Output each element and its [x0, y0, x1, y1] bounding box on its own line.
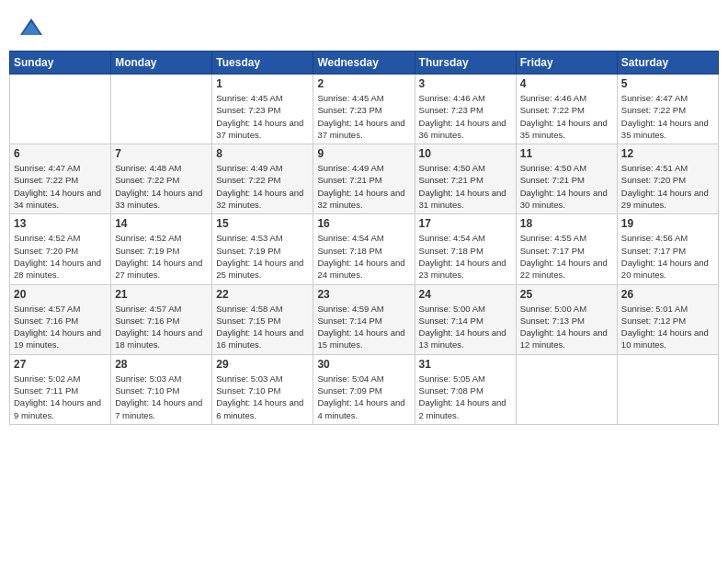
- calendar-cell: 27Sunrise: 5:02 AMSunset: 7:11 PMDayligh…: [10, 354, 111, 424]
- calendar-cell: 7Sunrise: 4:48 AMSunset: 7:22 PMDaylight…: [111, 144, 212, 214]
- calendar-cell: 28Sunrise: 5:03 AMSunset: 7:10 PMDayligh…: [111, 354, 212, 424]
- day-number: 26: [621, 288, 714, 301]
- day-number: 14: [115, 217, 208, 230]
- day-number: 27: [14, 358, 107, 371]
- day-info: Sunrise: 4:54 AMSunset: 7:18 PMDaylight:…: [317, 232, 410, 281]
- day-number: 29: [216, 358, 309, 371]
- calendar-weekday-thursday: Thursday: [415, 52, 516, 75]
- day-info: Sunrise: 5:02 AMSunset: 7:11 PMDaylight:…: [14, 373, 107, 421]
- day-number: 13: [14, 217, 107, 230]
- calendar-cell: 16Sunrise: 4:54 AMSunset: 7:18 PMDayligh…: [313, 214, 415, 284]
- calendar-cell: 18Sunrise: 4:55 AMSunset: 7:17 PMDayligh…: [516, 214, 617, 284]
- calendar-weekday-sunday: Sunday: [10, 52, 111, 75]
- day-number: 19: [621, 217, 714, 230]
- day-info: Sunrise: 4:57 AMSunset: 7:16 PMDaylight:…: [14, 303, 107, 351]
- day-info: Sunrise: 5:05 AMSunset: 7:08 PMDaylight:…: [419, 373, 512, 421]
- day-number: 12: [621, 147, 714, 160]
- calendar-cell: [111, 75, 212, 144]
- calendar-cell: 14Sunrise: 4:52 AMSunset: 7:19 PMDayligh…: [111, 214, 212, 284]
- day-number: 16: [317, 217, 410, 230]
- day-info: Sunrise: 4:53 AMSunset: 7:19 PMDaylight:…: [216, 232, 309, 281]
- calendar-week-row: 1Sunrise: 4:45 AMSunset: 7:23 PMDaylight…: [10, 75, 719, 144]
- calendar-weekday-wednesday: Wednesday: [313, 52, 415, 75]
- calendar-cell: 1Sunrise: 4:45 AMSunset: 7:23 PMDaylight…: [212, 75, 313, 144]
- day-info: Sunrise: 4:55 AMSunset: 7:17 PMDaylight:…: [520, 232, 613, 281]
- calendar-cell: 22Sunrise: 4:58 AMSunset: 7:15 PMDayligh…: [212, 284, 313, 354]
- calendar-week-row: 6Sunrise: 4:47 AMSunset: 7:22 PMDaylight…: [10, 144, 719, 214]
- calendar-weekday-friday: Friday: [516, 52, 617, 75]
- day-number: 8: [216, 147, 309, 160]
- day-info: Sunrise: 4:52 AMSunset: 7:20 PMDaylight:…: [14, 232, 107, 281]
- calendar-cell: 23Sunrise: 4:59 AMSunset: 7:14 PMDayligh…: [313, 284, 415, 354]
- calendar-cell: [10, 75, 111, 144]
- day-number: 6: [14, 147, 107, 160]
- day-number: 10: [419, 147, 512, 160]
- day-info: Sunrise: 4:45 AMSunset: 7:23 PMDaylight:…: [317, 92, 410, 141]
- day-number: 7: [115, 147, 208, 160]
- day-number: 21: [115, 288, 208, 301]
- calendar-cell: 12Sunrise: 4:51 AMSunset: 7:20 PMDayligh…: [617, 144, 718, 214]
- calendar-cell: 13Sunrise: 4:52 AMSunset: 7:20 PMDayligh…: [10, 214, 111, 284]
- day-number: 18: [520, 217, 613, 230]
- day-info: Sunrise: 4:59 AMSunset: 7:14 PMDaylight:…: [317, 303, 410, 351]
- day-info: Sunrise: 5:00 AMSunset: 7:13 PMDaylight:…: [520, 303, 613, 351]
- day-info: Sunrise: 4:49 AMSunset: 7:22 PMDaylight:…: [216, 162, 309, 211]
- day-number: 25: [520, 288, 613, 301]
- calendar-header-row: SundayMondayTuesdayWednesdayThursdayFrid…: [10, 52, 719, 75]
- day-number: 3: [419, 77, 512, 90]
- day-info: Sunrise: 4:47 AMSunset: 7:22 PMDaylight:…: [14, 162, 107, 211]
- logo-icon: [18, 17, 44, 42]
- calendar-cell: 5Sunrise: 4:47 AMSunset: 7:22 PMDaylight…: [617, 75, 718, 144]
- day-info: Sunrise: 4:50 AMSunset: 7:21 PMDaylight:…: [419, 162, 512, 211]
- calendar-cell: 6Sunrise: 4:47 AMSunset: 7:22 PMDaylight…: [10, 144, 111, 214]
- day-info: Sunrise: 4:50 AMSunset: 7:21 PMDaylight:…: [520, 162, 613, 211]
- calendar-cell: 3Sunrise: 4:46 AMSunset: 7:23 PMDaylight…: [415, 75, 516, 144]
- calendar-cell: 26Sunrise: 5:01 AMSunset: 7:12 PMDayligh…: [617, 284, 718, 354]
- calendar-cell: 15Sunrise: 4:53 AMSunset: 7:19 PMDayligh…: [212, 214, 313, 284]
- day-number: 2: [317, 77, 410, 90]
- day-number: 9: [317, 147, 410, 160]
- day-number: 17: [419, 217, 512, 230]
- day-info: Sunrise: 4:46 AMSunset: 7:22 PMDaylight:…: [520, 92, 613, 141]
- day-info: Sunrise: 5:00 AMSunset: 7:14 PMDaylight:…: [419, 303, 512, 351]
- day-number: 22: [216, 288, 309, 301]
- day-info: Sunrise: 4:45 AMSunset: 7:23 PMDaylight:…: [216, 92, 309, 141]
- calendar-weekday-saturday: Saturday: [617, 52, 718, 75]
- day-number: 1: [216, 77, 309, 90]
- day-number: 24: [419, 288, 512, 301]
- calendar-cell: [516, 354, 617, 424]
- calendar-cell: 9Sunrise: 4:49 AMSunset: 7:21 PMDaylight…: [313, 144, 415, 214]
- day-info: Sunrise: 4:57 AMSunset: 7:16 PMDaylight:…: [115, 303, 208, 351]
- calendar-cell: 20Sunrise: 4:57 AMSunset: 7:16 PMDayligh…: [10, 284, 111, 354]
- calendar-cell: 2Sunrise: 4:45 AMSunset: 7:23 PMDaylight…: [313, 75, 415, 144]
- day-info: Sunrise: 4:54 AMSunset: 7:18 PMDaylight:…: [419, 232, 512, 281]
- calendar-week-row: 20Sunrise: 4:57 AMSunset: 7:16 PMDayligh…: [10, 284, 719, 354]
- day-info: Sunrise: 4:56 AMSunset: 7:17 PMDaylight:…: [621, 232, 714, 281]
- calendar-cell: 30Sunrise: 5:04 AMSunset: 7:09 PMDayligh…: [313, 354, 415, 424]
- calendar-week-row: 27Sunrise: 5:02 AMSunset: 7:11 PMDayligh…: [10, 354, 719, 424]
- day-number: 4: [520, 77, 613, 90]
- calendar-cell: 10Sunrise: 4:50 AMSunset: 7:21 PMDayligh…: [415, 144, 516, 214]
- day-info: Sunrise: 4:48 AMSunset: 7:22 PMDaylight:…: [115, 162, 208, 211]
- day-info: Sunrise: 5:03 AMSunset: 7:10 PMDaylight:…: [216, 373, 309, 421]
- calendar-week-row: 13Sunrise: 4:52 AMSunset: 7:20 PMDayligh…: [10, 214, 719, 284]
- calendar-cell: 19Sunrise: 4:56 AMSunset: 7:17 PMDayligh…: [617, 214, 718, 284]
- day-number: 31: [419, 358, 512, 371]
- day-number: 23: [317, 288, 410, 301]
- day-number: 5: [621, 77, 714, 90]
- day-number: 20: [14, 288, 107, 301]
- day-info: Sunrise: 4:49 AMSunset: 7:21 PMDaylight:…: [317, 162, 410, 211]
- calendar-cell: [617, 354, 718, 424]
- calendar-cell: 25Sunrise: 5:00 AMSunset: 7:13 PMDayligh…: [516, 284, 617, 354]
- day-info: Sunrise: 4:47 AMSunset: 7:22 PMDaylight:…: [621, 92, 714, 141]
- day-number: 30: [317, 358, 410, 371]
- calendar-cell: 17Sunrise: 4:54 AMSunset: 7:18 PMDayligh…: [415, 214, 516, 284]
- calendar-cell: 29Sunrise: 5:03 AMSunset: 7:10 PMDayligh…: [212, 354, 313, 424]
- calendar-cell: 11Sunrise: 4:50 AMSunset: 7:21 PMDayligh…: [516, 144, 617, 214]
- calendar-cell: 24Sunrise: 5:00 AMSunset: 7:14 PMDayligh…: [415, 284, 516, 354]
- day-number: 28: [115, 358, 208, 371]
- day-info: Sunrise: 4:58 AMSunset: 7:15 PMDaylight:…: [216, 303, 309, 351]
- day-info: Sunrise: 4:51 AMSunset: 7:20 PMDaylight:…: [621, 162, 714, 211]
- day-info: Sunrise: 4:52 AMSunset: 7:19 PMDaylight:…: [115, 232, 208, 281]
- page-header: [9, 9, 719, 47]
